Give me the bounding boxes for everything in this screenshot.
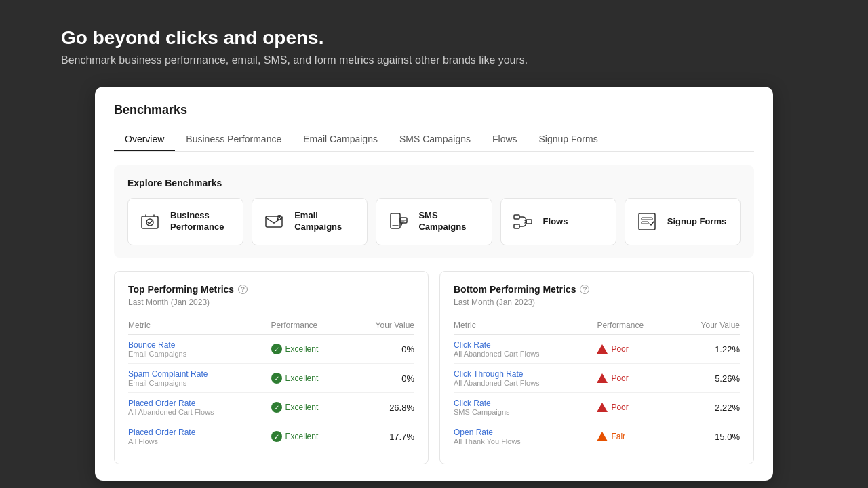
table-row: Placed Order Rate All Abandoned Cart Flo… (128, 393, 414, 422)
table-row: Spam Complaint Rate Email Campaigns ✓ Ex… (128, 364, 414, 393)
svg-rect-7 (514, 215, 519, 219)
explore-card-flows[interactable]: Flows (500, 198, 616, 245)
performance-cell: ✓ Excellent (271, 422, 350, 451)
bottom-metrics-title: Bottom Performing Metrics ? (454, 284, 740, 295)
metric-cell: Placed Order Rate All Abandoned Cart Flo… (128, 393, 271, 422)
metrics-row: Top Performing Metrics ? Last Month (Jan… (114, 271, 754, 464)
bottom-col-metric: Metric (454, 317, 597, 335)
metric-name-link[interactable]: Click Rate (454, 399, 597, 408)
excellent-icon: ✓ (271, 373, 282, 384)
metric-name-link[interactable]: Open Rate (454, 428, 597, 437)
metric-name-link[interactable]: Placed Order Rate (128, 428, 271, 437)
performance-cell: Fair (597, 422, 675, 451)
poor-icon (597, 403, 608, 412)
tab-email-campaigns[interactable]: Email Campaigns (292, 128, 389, 151)
tab-sms-campaigns[interactable]: SMS Campaigns (389, 128, 481, 151)
explore-card-label-signup-forms: Signup Forms (667, 216, 726, 228)
value-cell: 0% (350, 335, 414, 364)
perf-badge: ✓ Excellent (271, 373, 350, 384)
svg-rect-9 (526, 220, 532, 224)
app-title: Benchmarks (114, 103, 754, 117)
explore-card-label-flows: Flows (543, 216, 568, 228)
table-row: Placed Order Rate All Flows ✓ Excellent … (128, 422, 414, 451)
top-metrics-subtitle: Last Month (Jan 2023) (128, 298, 414, 307)
perf-label: Excellent (285, 373, 319, 383)
top-metrics-info-icon[interactable]: ? (238, 285, 248, 294)
performance-cell: Poor (597, 364, 675, 393)
performance-cell: ✓ Excellent (271, 335, 350, 364)
perf-label: Excellent (285, 344, 319, 354)
sms-campaigns-icon (386, 209, 410, 234)
bottom-metrics-panel: Bottom Performing Metrics ? Last Month (… (439, 271, 754, 464)
value-cell: 15.0% (675, 422, 740, 451)
metric-cell: Click Rate All Abandoned Cart Flows (454, 335, 597, 364)
bottom-metrics-subtitle: Last Month (Jan 2023) (454, 298, 740, 307)
table-row: Click Rate All Abandoned Cart Flows Poor… (454, 335, 740, 364)
performance-cell: ✓ Excellent (271, 393, 350, 422)
tab-signup-forms[interactable]: Signup Forms (528, 128, 609, 151)
bottom-col-performance: Performance (597, 317, 675, 335)
tab-overview[interactable]: Overview (114, 128, 175, 151)
metric-cell: Click Through Rate All Abandoned Cart Fl… (454, 364, 597, 393)
svg-rect-8 (514, 224, 519, 228)
hero-subtitle: Benchmark business performance, email, S… (61, 54, 807, 66)
perf-label: Excellent (285, 432, 319, 441)
metric-name-link[interactable]: Click Rate (454, 340, 597, 350)
value-cell: 5.26% (675, 364, 740, 393)
metric-sub: Email Campaigns (128, 379, 271, 387)
metric-sub: All Abandoned Cart Flows (454, 379, 597, 387)
perf-badge: Poor (597, 373, 675, 383)
explore-card-signup-forms[interactable]: Signup Forms (625, 198, 741, 245)
app-card: Benchmarks Overview Business Performance… (95, 87, 773, 481)
metric-sub: SMS Campaigns (454, 408, 597, 416)
perf-label: Poor (611, 373, 628, 383)
top-col-performance: Performance (271, 317, 350, 335)
fair-icon (597, 432, 608, 441)
value-cell: 17.7% (350, 422, 414, 451)
metric-cell: Bounce Rate Email Campaigns (128, 335, 271, 364)
signup-forms-icon (635, 209, 659, 234)
value-cell: 2.22% (675, 393, 740, 422)
bottom-col-value: Your Value (675, 317, 740, 335)
top-metrics-table: Metric Performance Your Value Bounce Rat… (128, 317, 414, 451)
table-row: Bounce Rate Email Campaigns ✓ Excellent … (128, 335, 414, 364)
top-col-value: Your Value (350, 317, 414, 335)
bottom-metrics-info-icon[interactable]: ? (580, 285, 589, 294)
explore-card-business-performance[interactable]: Business Performance (127, 198, 243, 245)
metric-name-link[interactable]: Bounce Rate (128, 340, 271, 350)
bottom-metrics-table: Metric Performance Your Value Click Rate… (454, 317, 740, 451)
perf-label: Poor (611, 344, 628, 354)
metric-name-link[interactable]: Click Through Rate (454, 369, 597, 379)
business-performance-icon (138, 209, 162, 234)
top-metrics-panel: Top Performing Metrics ? Last Month (Jan… (114, 271, 429, 464)
poor-icon (597, 344, 608, 354)
metric-cell: Placed Order Rate All Flows (128, 422, 271, 451)
explore-card-label-sms-campaigns: SMS Campaigns (418, 210, 481, 233)
perf-label: Excellent (285, 403, 319, 412)
metric-name-link[interactable]: Placed Order Rate (128, 399, 271, 408)
table-row: Click Through Rate All Abandoned Cart Fl… (454, 364, 740, 393)
explore-card-email-campaigns[interactable]: Email Campaigns (252, 198, 368, 245)
metric-name-link[interactable]: Spam Complaint Rate (128, 369, 271, 379)
metric-sub: All Thank You Flows (454, 437, 597, 445)
value-cell: 0% (350, 364, 414, 393)
performance-cell: Poor (597, 335, 675, 364)
perf-badge: Poor (597, 344, 675, 354)
explore-cards: Business Performance Email Campaigns (127, 198, 741, 245)
metric-sub: Email Campaigns (128, 350, 271, 358)
perf-badge: Fair (597, 432, 675, 441)
excellent-icon: ✓ (271, 402, 282, 413)
value-cell: 1.22% (675, 335, 740, 364)
metric-cell: Open Rate All Thank You Flows (454, 422, 597, 451)
metric-sub: All Abandoned Cart Flows (454, 350, 597, 358)
top-col-metric: Metric (128, 317, 271, 335)
svg-rect-12 (642, 222, 648, 224)
tab-business-performance[interactable]: Business Performance (175, 128, 292, 151)
excellent-icon: ✓ (271, 431, 282, 442)
metric-sub: All Abandoned Cart Flows (128, 408, 271, 416)
explore-title: Explore Benchmarks (127, 178, 741, 188)
tab-flows[interactable]: Flows (481, 128, 528, 151)
value-cell: 26.8% (350, 393, 414, 422)
tabs-nav: Overview Business Performance Email Camp… (114, 128, 754, 152)
explore-card-sms-campaigns[interactable]: SMS Campaigns (376, 198, 492, 245)
